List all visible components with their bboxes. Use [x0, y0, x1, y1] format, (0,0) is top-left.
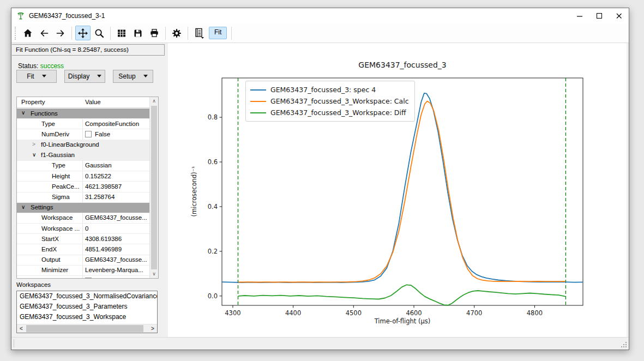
table-row[interactable]: MinimizerLevenberg-Marqua...: [17, 266, 158, 276]
save-button[interactable]: [130, 26, 146, 40]
resize-grip[interactable]: [620, 341, 628, 348]
table-row[interactable]: EndX4851.496989: [17, 244, 158, 255]
table-row[interactable]: WorkspaceGEM63437_focusse...: [17, 213, 158, 224]
scroll-left-icon[interactable]: <: [17, 324, 26, 333]
row-property: PeakCe...: [52, 183, 80, 190]
status-bar: [11, 337, 629, 350]
mantid-logo-icon: [16, 11, 25, 20]
forward-arrow-icon: [55, 28, 66, 39]
plot-legend[interactable]: GEM63437_focussed_3: spec 4GEM63437_focu…: [245, 81, 415, 122]
print-button[interactable]: [147, 26, 162, 40]
chevron-expanded-icon[interactable]: ∨: [21, 110, 25, 116]
column-divider: [82, 129, 83, 139]
table-row[interactable]: OutputGEM63437_focusse...: [17, 255, 158, 266]
maximize-button[interactable]: [589, 8, 609, 23]
scrollbar-thumb[interactable]: [26, 325, 143, 332]
row-value[interactable]: False: [85, 131, 149, 137]
table-row[interactable]: ∨Settings: [17, 203, 158, 213]
row-value[interactable]: 0: [85, 225, 149, 232]
grid-button[interactable]: [114, 26, 129, 40]
scrollbar-thumb[interactable]: [151, 106, 157, 269]
table-row[interactable]: ∨Functions: [17, 109, 158, 119]
chevron-expanded-icon[interactable]: ∨: [21, 204, 25, 210]
series-curve: [238, 101, 565, 282]
scroll-right-icon[interactable]: >: [148, 324, 157, 333]
workspace-list-item[interactable]: GEM63437_focussed_3_Workspace: [17, 312, 157, 322]
chevron-collapsed-icon[interactable]: >: [32, 141, 35, 147]
column-divider: [82, 171, 83, 181]
row-value[interactable]: False: [85, 278, 149, 279]
checkbox[interactable]: [85, 278, 92, 279]
title-bar[interactable]: GEM63437_focussed_3-1: [11, 8, 629, 23]
forward-button[interactable]: [53, 26, 68, 40]
legend-line-sample: [250, 112, 266, 113]
home-button[interactable]: [20, 26, 35, 40]
scroll-up-icon[interactable]: ∧: [150, 97, 158, 105]
row-value[interactable]: Gaussian: [85, 162, 149, 169]
settings-button[interactable]: [169, 26, 184, 40]
fit-toggle-button[interactable]: Fit: [209, 27, 227, 39]
row-property: f0-LinearBackground: [41, 141, 99, 148]
row-value[interactable]: CompositeFunction: [85, 121, 149, 127]
workspaces-horizontal-scrollbar[interactable]: < >: [17, 324, 157, 333]
minimize-button[interactable]: [570, 8, 589, 23]
app-window: GEM63437_focussed_3-1: [11, 8, 629, 350]
row-value[interactable]: 4621.398587: [85, 183, 149, 190]
generate-script-button[interactable]: [191, 26, 207, 40]
pan-button[interactable]: [75, 26, 91, 40]
table-row[interactable]: >f0-LinearBackground: [17, 140, 158, 151]
table-row[interactable]: StartX4308.619386: [17, 234, 158, 244]
table-row[interactable]: Height0.152522: [17, 171, 158, 182]
scroll-down-icon[interactable]: ∨: [150, 270, 158, 278]
table-rows: ∨FunctionsTypeCompositeFunctionNumDerivF…: [17, 109, 158, 278]
checkbox[interactable]: [85, 131, 92, 137]
column-divider: [82, 255, 83, 265]
workspace-list-item[interactable]: GEM63437_focussed_3_Parameters: [17, 302, 157, 312]
zoom-button[interactable]: [92, 26, 107, 40]
workspace-list-item[interactable]: GEM63437_focussed_3_NormalisedCovariance…: [17, 291, 157, 302]
table-row[interactable]: IgnoreInvalid...False: [17, 276, 158, 278]
row-value[interactable]: Levenberg-Marqua...: [85, 267, 149, 273]
printer-icon: [149, 28, 160, 39]
table-row[interactable]: Sigma31.258764: [17, 192, 158, 203]
table-row[interactable]: PeakCe...4621.398587: [17, 182, 158, 192]
toolbar-separator: [188, 27, 188, 40]
fit-menu-button[interactable]: Fit: [16, 70, 57, 83]
setup-menu-button[interactable]: Setup: [113, 70, 153, 83]
row-property: Type: [41, 121, 55, 127]
row-value[interactable]: GEM63437_focusse...: [85, 256, 149, 263]
row-value[interactable]: 4851.496989: [85, 246, 149, 252]
table-row[interactable]: Workspace ...0: [17, 224, 158, 234]
table-row[interactable]: ∨f1-Gaussian: [17, 151, 158, 161]
row-value[interactable]: 0.152522: [85, 173, 149, 179]
chevron-down-icon: [42, 75, 46, 77]
legend-entry[interactable]: GEM63437_focussed_3: spec 4: [250, 84, 409, 95]
row-value[interactable]: 31.258764: [85, 194, 149, 200]
column-divider: [82, 161, 83, 171]
table-row[interactable]: TypeCompositeFunction: [17, 119, 158, 129]
column-divider: [82, 244, 83, 254]
toolbar-drag-handle[interactable]: [15, 27, 17, 40]
back-button[interactable]: [37, 26, 52, 40]
save-icon: [133, 28, 143, 39]
y-tick-label: 0.6: [208, 158, 218, 166]
display-menu-button[interactable]: Display: [64, 70, 105, 83]
table-row[interactable]: TypeGaussian: [17, 161, 158, 171]
chevron-expanded-icon[interactable]: ∨: [32, 152, 36, 158]
toolbar-separator: [231, 27, 232, 40]
column-divider: [82, 192, 83, 202]
workspaces-items: GEM63437_focussed_3_NormalisedCovariance…: [17, 291, 157, 322]
close-button[interactable]: [609, 8, 629, 23]
plot-canvas[interactable]: GEM63437_focussed_3 43004400450046004700…: [168, 43, 627, 337]
column-divider: [82, 224, 83, 233]
table-vertical-scrollbar[interactable]: ∧ ∨: [149, 97, 158, 278]
table-row[interactable]: NumDerivFalse: [17, 129, 158, 140]
legend-entry[interactable]: GEM63437_focussed_3_Workspace: Diff: [250, 107, 409, 118]
row-value[interactable]: GEM63437_focusse...: [85, 214, 149, 221]
legend-entry[interactable]: GEM63437_focussed_3_Workspace: Calc: [250, 95, 409, 107]
toolbar-separator: [165, 27, 166, 40]
row-value[interactable]: 4308.619386: [85, 236, 149, 242]
fit-property-table: Property Value ∨FunctionsTypeCompositeFu…: [16, 97, 159, 279]
row-property: Type: [52, 162, 65, 169]
status-line: Status: success: [18, 62, 64, 70]
